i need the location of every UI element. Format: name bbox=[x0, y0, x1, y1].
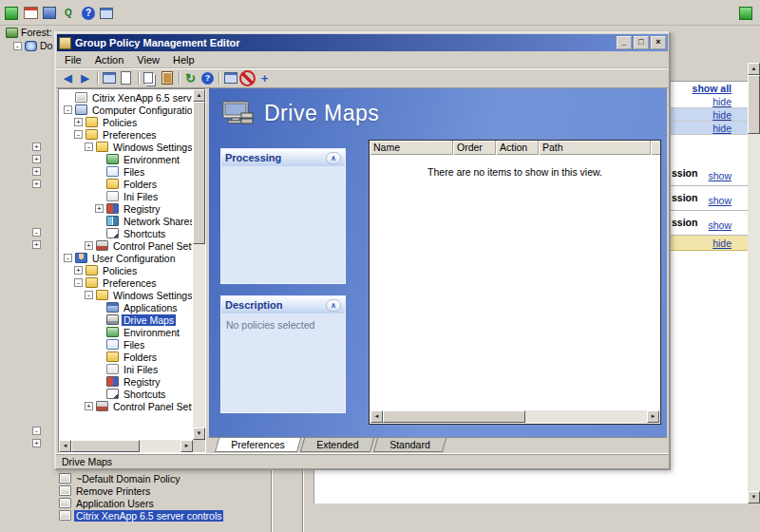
vertical-scrollbar[interactable]: ▲ ▼ bbox=[748, 63, 760, 504]
tree-item-domain[interactable]: - Dom bbox=[13, 40, 53, 51]
tab-standard[interactable]: Standard bbox=[373, 438, 446, 452]
tree-item-computer-configuration[interactable]: -Computer Configuration bbox=[60, 104, 192, 116]
collapse-box[interactable]: - bbox=[64, 105, 72, 114]
collapse-box[interactable]: - bbox=[74, 278, 83, 287]
collapse-box[interactable]: - bbox=[32, 228, 41, 237]
tree-item-files[interactable]: Files bbox=[60, 338, 192, 351]
show-link[interactable]: show bbox=[708, 170, 732, 181]
tab-extended[interactable]: Extended bbox=[299, 438, 374, 452]
tree-item-environment[interactable]: Environment bbox=[60, 326, 192, 338]
paste-icon[interactable] bbox=[159, 70, 175, 86]
expand-box[interactable]: + bbox=[32, 180, 41, 188]
hide-link[interactable]: hide bbox=[712, 96, 732, 107]
collapse-box[interactable]: - bbox=[85, 291, 93, 299]
gpo-list-item[interactable]: ~Default Domain Policy bbox=[59, 472, 270, 484]
collapse-box[interactable]: - bbox=[32, 427, 41, 435]
tree-item-forest[interactable]: Forest: bbox=[6, 27, 52, 38]
column-header-name[interactable]: Name bbox=[370, 141, 453, 155]
collapse-box[interactable]: - bbox=[13, 42, 22, 50]
expand-box[interactable]: + bbox=[85, 241, 93, 250]
expand-box[interactable]: + bbox=[32, 167, 41, 176]
tree-item-ini-files[interactable]: Ini Files bbox=[60, 190, 192, 202]
expand-box[interactable]: + bbox=[32, 240, 41, 249]
scrollbar-thumb[interactable] bbox=[383, 410, 525, 423]
tree-item-policies[interactable]: +Policies bbox=[60, 264, 192, 276]
collapse-box[interactable]: - bbox=[85, 142, 93, 151]
tree-item-registry[interactable]: +Registry bbox=[60, 202, 192, 215]
menu-view[interactable]: View bbox=[130, 52, 166, 67]
tree-item-registry[interactable]: Registry bbox=[60, 375, 192, 388]
window-icon[interactable] bbox=[222, 70, 238, 86]
tree-item-user-configuration[interactable]: -User Configuration bbox=[60, 252, 192, 264]
query-icon[interactable]: Q bbox=[60, 5, 77, 22]
window-icon[interactable] bbox=[98, 5, 115, 22]
list-horizontal-scrollbar[interactable]: ◄ ► bbox=[370, 410, 659, 423]
menu-help[interactable]: Help bbox=[166, 52, 201, 67]
table-icon[interactable] bbox=[22, 5, 39, 22]
scroll-left-icon[interactable]: ◄ bbox=[370, 410, 383, 423]
console-icon[interactable] bbox=[3, 5, 20, 22]
scrollbar-thumb[interactable] bbox=[193, 102, 205, 244]
tree-item-preferences[interactable]: -Preferences bbox=[60, 276, 192, 289]
menu-file[interactable]: File bbox=[58, 52, 88, 67]
scrollbar-thumb[interactable] bbox=[71, 440, 140, 452]
hide-link[interactable]: hide bbox=[712, 109, 732, 121]
hide-link[interactable]: hide bbox=[712, 123, 732, 134]
menu-action[interactable]: Action bbox=[88, 52, 131, 67]
show-link[interactable]: show bbox=[708, 219, 732, 231]
expand-box[interactable]: + bbox=[85, 402, 93, 410]
tree-item-applications[interactable]: Applications bbox=[60, 301, 192, 314]
tree-icon[interactable] bbox=[737, 5, 754, 22]
refresh-icon[interactable]: ↻ bbox=[182, 70, 199, 86]
expand-box[interactable]: + bbox=[32, 439, 41, 447]
collapse-box[interactable]: - bbox=[64, 254, 72, 262]
tree-item-preferences[interactable]: -Preferences bbox=[60, 128, 192, 141]
column-header-path[interactable]: Path bbox=[539, 141, 651, 155]
tree-item-shortcuts[interactable]: Shortcuts bbox=[60, 227, 192, 239]
tab-preferences[interactable]: Preferences bbox=[215, 438, 301, 452]
close-button[interactable]: × bbox=[651, 36, 666, 49]
forward-icon[interactable]: ▶ bbox=[77, 70, 93, 86]
console-tree-icon[interactable] bbox=[101, 70, 117, 86]
gpo-list-item[interactable]: Application Users bbox=[59, 497, 270, 509]
tree-item-citrix-xenapp-6-5-server-controls[interactable]: Citrix XenApp 6.5 server controls bbox=[60, 91, 192, 104]
tree-item-control-panel-settings[interactable]: +Control Panel Settings bbox=[60, 400, 192, 412]
scroll-down-icon[interactable]: ▼ bbox=[748, 491, 760, 504]
tree-vertical-scrollbar[interactable]: ▲ ▼ bbox=[193, 89, 205, 440]
scroll-up-icon[interactable]: ▲ bbox=[193, 89, 205, 102]
help-icon[interactable]: ? bbox=[201, 72, 214, 85]
tree-item-folders[interactable]: Folders bbox=[60, 351, 192, 363]
tree-item-network-shares[interactable]: Network Shares bbox=[60, 215, 192, 227]
tree-item-windows-settings[interactable]: -Windows Settings bbox=[60, 289, 192, 301]
tree-item-ini-files[interactable]: Ini Files bbox=[60, 363, 192, 375]
maximize-button[interactable]: □ bbox=[634, 36, 649, 49]
copy-icon[interactable] bbox=[142, 70, 158, 86]
tree-item-windows-settings[interactable]: -Windows Settings bbox=[60, 141, 192, 153]
grid-icon[interactable] bbox=[41, 5, 58, 22]
show-link[interactable]: show bbox=[708, 195, 732, 206]
collapse-chevron-icon[interactable]: ∧ bbox=[326, 299, 341, 312]
scroll-right-icon[interactable]: ► bbox=[180, 440, 193, 452]
gpo-list-item[interactable]: Citrix XenApp 6.5 server controls bbox=[59, 509, 270, 522]
scroll-left-icon[interactable]: ◄ bbox=[59, 440, 71, 452]
tree-item-policies[interactable]: +Policies bbox=[60, 116, 192, 128]
expand-box[interactable]: + bbox=[32, 142, 41, 151]
hide-link[interactable]: hide bbox=[712, 238, 732, 249]
expand-box[interactable]: + bbox=[32, 155, 41, 163]
scroll-up-icon[interactable]: ▲ bbox=[748, 63, 760, 75]
show-all-link[interactable]: show all bbox=[693, 83, 732, 94]
help-icon[interactable]: ? bbox=[82, 7, 95, 20]
scroll-right-icon[interactable]: ► bbox=[647, 410, 659, 423]
expand-box[interactable]: + bbox=[74, 118, 83, 126]
export-list-icon[interactable] bbox=[118, 70, 134, 86]
column-header-action[interactable]: Action bbox=[496, 141, 539, 155]
column-header-order[interactable]: Order bbox=[453, 141, 496, 155]
minimize-button[interactable]: _ bbox=[617, 36, 632, 49]
block-icon[interactable] bbox=[239, 70, 256, 86]
add-icon[interactable]: + bbox=[256, 70, 273, 86]
gpo-list-item[interactable]: Remove Printers bbox=[59, 484, 270, 497]
scrollbar-thumb[interactable] bbox=[748, 75, 760, 134]
title-bar[interactable]: Group Policy Management Editor _□× bbox=[57, 34, 668, 51]
scroll-down-icon[interactable]: ▼ bbox=[193, 428, 205, 440]
collapse-box[interactable]: - bbox=[74, 130, 83, 139]
